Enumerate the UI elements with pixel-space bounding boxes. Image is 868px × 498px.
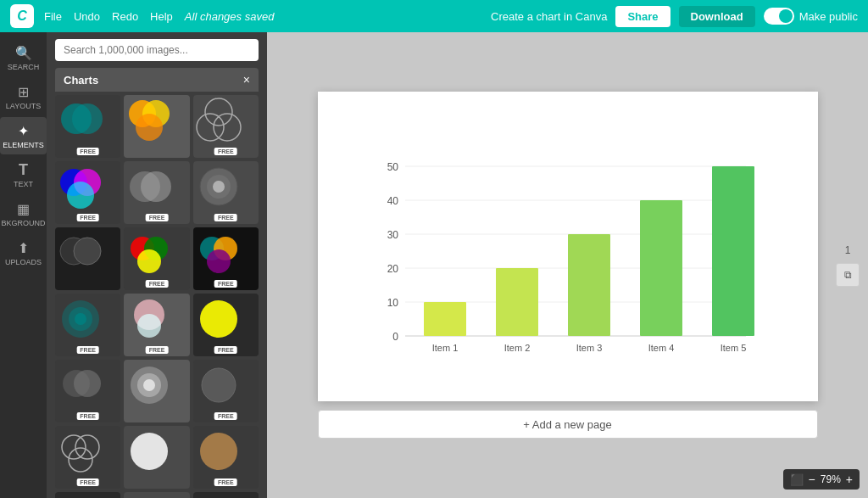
svg-point-37 [75, 435, 99, 459]
svg-point-40 [200, 433, 237, 470]
svg-point-7 [214, 114, 241, 141]
svg-text:Item 2: Item 2 [504, 343, 530, 353]
share-button[interactable]: Share [615, 6, 670, 27]
free-badge-9: FREE [214, 280, 237, 288]
chart-item-11[interactable]: FREE [124, 294, 189, 356]
canva-logo[interactable]: C [10, 4, 34, 28]
create-chart-text: Create a chart in Canva [491, 10, 607, 23]
add-page-button[interactable]: + Add a new page [318, 410, 818, 439]
canvas-page[interactable]: 0 10 20 30 40 50 [318, 92, 818, 401]
chart-item-13[interactable]: FREE [55, 360, 120, 422]
free-badge-18: FREE [214, 478, 237, 486]
add-page-label: + Add a new page [523, 418, 611, 431]
svg-point-36 [62, 435, 86, 459]
canva-logo-icon: C [10, 4, 34, 28]
free-badge-8: FREE [146, 280, 169, 288]
svg-text:Item 4: Item 4 [648, 343, 674, 353]
search-input[interactable] [55, 39, 259, 61]
bar-item4 [640, 200, 682, 336]
chart-item-17[interactable] [124, 426, 189, 489]
help-menu[interactable]: Help [150, 10, 173, 23]
svg-point-6 [197, 114, 224, 141]
chart-item-14[interactable] [124, 360, 189, 422]
free-badge-11: FREE [146, 346, 169, 354]
bar-item1 [424, 302, 466, 336]
sidebar-label-text: TEXT [14, 180, 33, 188]
sidebar-item-uploads[interactable]: ⬆ UPLOADS [0, 234, 47, 271]
sidebar-label-layouts: LAYOUTS [6, 102, 41, 110]
sidebar-label-uploads: UPLOADS [5, 258, 42, 266]
make-public-toggle[interactable] [764, 8, 794, 25]
redo-menu[interactable]: Redo [112, 10, 138, 23]
chart-item-21[interactable]: FREE [193, 492, 259, 498]
chart-item-19[interactable]: FREE [55, 492, 120, 498]
chart-item-12[interactable]: FREE [193, 294, 259, 356]
chart-item-16[interactable]: FREE [55, 426, 120, 489]
chart-item-2[interactable] [124, 95, 189, 158]
make-public-label: Make public [799, 10, 858, 23]
sidebar-item-layouts[interactable]: ⊞ LAYOUTS [0, 78, 47, 115]
undo-menu[interactable]: Undo [74, 10, 100, 23]
zoom-out-button[interactable]: − [809, 473, 815, 486]
free-badge-13: FREE [76, 412, 99, 420]
chart-item-7[interactable] [55, 227, 120, 290]
charts-title: Charts [64, 74, 98, 87]
chart-item-4[interactable]: FREE [55, 161, 120, 224]
icon-sidebar: 🔍 SEARCH ⊞ LAYOUTS ✦ ELEMENTS T TEXT ▦ B… [0, 32, 47, 498]
nav-right: Create a chart in Canva Share Download M… [491, 6, 858, 27]
chart-item-18[interactable]: FREE [193, 426, 259, 489]
download-button[interactable]: Download [679, 6, 755, 27]
free-badge-16: FREE [76, 478, 99, 486]
svg-point-4 [136, 114, 163, 141]
sidebar-item-background[interactable]: ▦ BKGROUND [0, 195, 47, 232]
svg-text:30: 30 [387, 229, 398, 241]
zoom-in-button[interactable]: + [846, 473, 853, 486]
free-badge-12: FREE [214, 346, 237, 354]
chart-item-6[interactable]: FREE [193, 161, 259, 224]
background-icon: ▦ [15, 200, 32, 217]
chart-item-1[interactable]: FREE [55, 95, 120, 158]
chart-item-8[interactable]: FREE [124, 227, 189, 290]
chart-item-15[interactable]: FREE [193, 360, 259, 422]
free-badge-1: FREE [76, 148, 99, 155]
copy-page-button[interactable]: ⧉ [836, 263, 860, 287]
chart-item-9[interactable]: FREE [193, 227, 259, 290]
svg-point-26 [75, 313, 86, 325]
svg-point-28 [137, 314, 161, 338]
svg-text:10: 10 [387, 297, 398, 309]
elements-panel: Charts × FREE FREE FREE FREE [47, 32, 267, 498]
svg-point-1 [72, 104, 103, 134]
sidebar-item-search[interactable]: 🔍 SEARCH [0, 39, 47, 76]
svg-text:50: 50 [387, 161, 398, 173]
svg-point-34 [143, 379, 155, 391]
top-navigation: C File Undo Redo Help All changes saved … [0, 0, 868, 32]
svg-text:Item 3: Item 3 [576, 343, 602, 353]
sidebar-label-search: SEARCH [8, 63, 40, 71]
svg-text:Item 5: Item 5 [720, 343, 746, 353]
make-public-button[interactable]: Make public [764, 8, 858, 25]
page-number: 1 [845, 244, 851, 256]
svg-text:Item 1: Item 1 [431, 343, 458, 353]
chart-item-10[interactable]: FREE [55, 294, 120, 356]
svg-point-29 [200, 300, 237, 338]
charts-header: Charts × [55, 68, 259, 92]
page-wrapper: 0 10 20 30 40 50 [318, 92, 818, 439]
chart-item-20[interactable] [124, 492, 189, 498]
svg-text:0: 0 [392, 331, 398, 343]
svg-point-23 [207, 249, 231, 273]
charts-close-button[interactable]: × [243, 73, 250, 87]
sidebar-item-elements[interactable]: ✦ ELEMENTS [0, 117, 47, 154]
sidebar-item-text[interactable]: T TEXT [0, 156, 47, 193]
free-badge-15: FREE [214, 412, 237, 420]
display-icon: ⬛ [790, 473, 804, 486]
free-badge-10: FREE [76, 346, 99, 354]
file-menu[interactable]: File [44, 10, 62, 23]
svg-point-12 [141, 171, 171, 202]
free-badge-3: FREE [214, 148, 237, 155]
svg-point-15 [213, 181, 225, 193]
chart-item-5[interactable]: FREE [124, 161, 189, 224]
chart-item-3[interactable]: FREE [193, 95, 259, 158]
svg-point-31 [74, 370, 101, 397]
saved-status: All changes saved [185, 10, 275, 23]
text-icon: T [15, 161, 32, 178]
